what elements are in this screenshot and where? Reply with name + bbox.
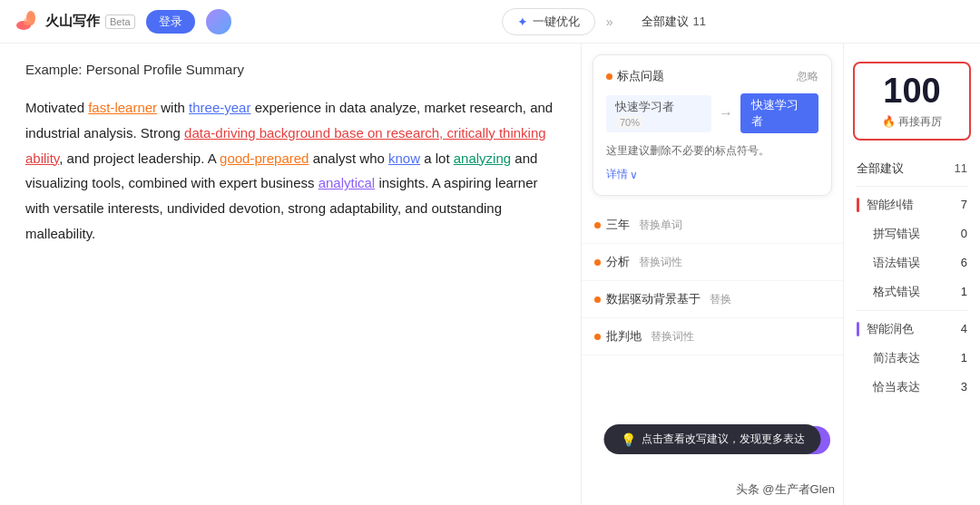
right-menu-label-1: 拼写错误 <box>857 226 920 242</box>
text-analyst: analyst who <box>309 151 388 166</box>
right-menu-row-4: 智能润色 <box>857 321 914 337</box>
text-analyzing: analyzing <box>454 151 511 166</box>
logo-icon <box>15 9 40 34</box>
suggestions-label: 全部建议 <box>642 14 689 30</box>
text-motivated: Motivated <box>25 100 88 115</box>
detail-link[interactable]: 详情 ∨ <box>606 167 818 182</box>
suggestion-item-label-1: 分析 <box>606 254 630 270</box>
right-menu-count-4: 4 <box>961 322 967 335</box>
suggestions-panel: 标点问题 忽略 快速学习者 70% → 快速学习者 这里建议删除不必要的标点符号… <box>581 44 844 505</box>
beta-badge: Beta <box>105 15 135 29</box>
editor-area[interactable]: Example: Personal Profile Summary Motiva… <box>0 44 581 505</box>
text-alot: a lot <box>420 151 454 166</box>
chevron-down-icon: ∨ <box>630 169 638 181</box>
divider-1 <box>857 186 967 187</box>
detail-label: 详情 <box>606 167 628 182</box>
header-count-badge: 11 <box>692 15 705 28</box>
dot-orange-icon <box>606 73 612 80</box>
original-word-text: 快速学习者 <box>615 100 674 113</box>
login-button[interactable]: 登录 <box>146 10 195 34</box>
suggestion-item-label-3: 批判地 <box>606 328 642 345</box>
right-menu-row-0: 智能纠错 <box>857 197 914 213</box>
suggestion-item-0[interactable]: 三年 替换单词 <box>582 207 843 244</box>
right-menu-polish[interactable]: 智能润色 4 <box>844 315 980 344</box>
word-comparison: 快速学习者 70% → 快速学习者 <box>606 93 818 133</box>
all-suggestions-count: 11 <box>955 161 967 175</box>
avatar <box>206 9 231 34</box>
score-number: 100 <box>867 73 956 111</box>
star-icon: ✦ <box>517 15 528 29</box>
tooltip-bar: 💡 点击查看改写建议，发现更多表达 <box>604 424 821 454</box>
svg-point-2 <box>24 18 31 25</box>
suggestion-item-action-0: 替换单词 <box>639 218 682 233</box>
suggestion-item-action-2: 替换 <box>710 292 731 307</box>
right-menu-label-5: 简洁表达 <box>857 350 920 366</box>
text-with: with <box>157 100 189 115</box>
right-menu-count-3: 1 <box>961 285 967 298</box>
word-original: 快速学习者 70% <box>606 95 711 132</box>
right-menu-count-2: 6 <box>961 256 967 269</box>
logo-area: 火山写作 Beta <box>15 9 135 34</box>
right-menu-concise[interactable]: 简洁表达 1 <box>844 344 980 373</box>
optimize-label: 一键优化 <box>533 14 580 30</box>
right-menu-count-6: 3 <box>961 380 967 393</box>
right-menu-spelling[interactable]: 拼写错误 0 <box>844 219 980 248</box>
right-menu-label-2: 语法错误 <box>857 255 920 271</box>
right-panel: 100 🔥 再接再厉 全部建议 11 智能纠错 7 拼写错误 0 语法错误 <box>844 44 980 505</box>
score-sub-text: 再接再厉 <box>898 114 942 130</box>
dot-icon-3 <box>594 334 601 340</box>
dot-icon-1 <box>594 259 601 266</box>
divider-2 <box>857 310 967 311</box>
suggestion-item-label-0: 三年 <box>606 217 630 233</box>
percent-badge: 70% <box>615 116 644 129</box>
optimize-button[interactable]: ✦ 一键优化 <box>502 8 595 35</box>
ignore-button[interactable]: 忽略 <box>797 69 818 84</box>
document-title: Example: Personal Profile Summary <box>25 62 555 77</box>
suggestions-count: 全部建议 11 <box>642 14 705 30</box>
right-menu-count-0: 7 <box>961 198 967 211</box>
bulb-icon: 💡 <box>621 432 636 447</box>
all-suggestions-label: 全部建议 <box>857 160 904 177</box>
tooltip-text: 点击查看改写建议，发现更多表达 <box>642 432 805 447</box>
suggestion-tag: 标点问题 <box>606 68 664 84</box>
suggestion-card-header: 标点问题 忽略 <box>606 68 818 84</box>
text-fast-learner: fast-learner <box>88 100 157 115</box>
suggestion-item-1[interactable]: 分析 替换词性 <box>582 244 843 281</box>
right-all-suggestions[interactable]: 全部建议 11 <box>844 155 980 182</box>
right-menu-count-1: 0 <box>961 227 967 240</box>
main-layout: Example: Personal Profile Summary Motiva… <box>0 44 980 505</box>
bar-indicator-4 <box>857 322 859 336</box>
right-menu-appropriate[interactable]: 恰当表达 3 <box>844 373 980 402</box>
text-good-prepared: good-prepared <box>220 151 309 166</box>
dot-icon-2 <box>594 296 601 303</box>
text-three-year: three-year <box>189 100 250 115</box>
text-analytical: analytical <box>318 175 376 190</box>
right-menu-grammar[interactable]: 语法错误 6 <box>844 248 980 277</box>
suggestion-tag-label: 标点问题 <box>617 68 664 84</box>
right-menu-label-0: 智能纠错 <box>867 197 914 213</box>
top-navigation: 火山写作 Beta 登录 ✦ 一键优化 » 全部建议 11 <box>0 0 980 44</box>
watermark: 头条 @生产者Glen <box>736 481 835 498</box>
dot-icon-0 <box>594 222 601 228</box>
right-menu-label-3: 格式错误 <box>857 284 920 300</box>
bar-indicator-0 <box>857 198 859 212</box>
score-box: 100 🔥 再接再厉 <box>853 62 971 141</box>
score-subtitle: 🔥 再接再厉 <box>867 114 956 130</box>
right-menu-format[interactable]: 格式错误 1 <box>844 277 980 306</box>
suggested-word[interactable]: 快速学习者 <box>740 93 818 133</box>
right-menu-label-4: 智能润色 <box>867 321 914 337</box>
suggestion-description: 这里建议删除不必要的标点符号。 <box>606 142 818 160</box>
arrow-icon: → <box>719 105 733 121</box>
suggestion-item-action-1: 替换词性 <box>639 255 682 270</box>
chevron-right-icon: » <box>606 15 613 29</box>
fire-icon: 🔥 <box>882 115 896 128</box>
suggestion-item-action-3: 替换词性 <box>651 329 694 345</box>
suggestion-item-3[interactable]: 批判地 替换词性 <box>582 318 843 355</box>
document-content[interactable]: Motivated fast-learner with three-year e… <box>25 95 555 247</box>
text-and-project: , and project leadership. A <box>59 151 220 166</box>
right-menu-smart-correct[interactable]: 智能纠错 7 <box>844 190 980 219</box>
text-know: know <box>388 151 420 166</box>
logo-text: 火山写作 <box>45 13 100 30</box>
suggestion-item-2[interactable]: 数据驱动背景基于 替换 <box>582 281 843 318</box>
suggestion-card-punctuation: 标点问题 忽略 快速学习者 70% → 快速学习者 这里建议删除不必要的标点符号… <box>593 54 832 196</box>
